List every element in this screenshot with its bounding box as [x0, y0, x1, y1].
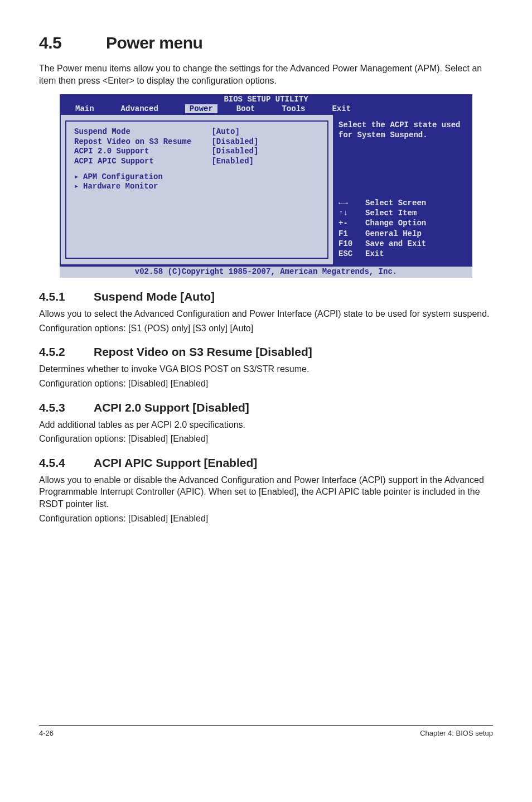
bios-item-label: Repost Video on S3 Resume	[74, 137, 211, 147]
key-desc: Select Item	[365, 208, 417, 218]
bios-title: BIOS SETUP UTILITY	[60, 94, 472, 104]
key-desc: Change Option	[365, 218, 426, 228]
body-text: Allows you to select the Advanced Config…	[39, 308, 493, 320]
key-desc: Save and Exit	[365, 239, 426, 249]
subsection-heading: 4.5.3ACPI 2.0 Support [Disabled]	[39, 401, 493, 414]
bios-tab-boot[interactable]: Boot	[236, 104, 263, 113]
key-icon: ←→	[338, 198, 365, 208]
bios-tab-exit[interactable]: Exit	[332, 104, 359, 113]
bios-submenu-label: APM Configuration	[83, 172, 163, 181]
key-desc: General Help	[365, 229, 422, 239]
subsection-title: Suspend Mode [Auto]	[94, 290, 215, 303]
bios-item-value: [Auto]	[211, 127, 320, 137]
bios-submenu[interactable]: ▸Hardware Monitor	[74, 181, 320, 191]
bios-screenshot: BIOS SETUP UTILITY Main Advanced Power B…	[60, 94, 472, 278]
bios-item-label: ACPI APIC Support	[74, 157, 211, 167]
triangle-right-icon: ▸	[74, 172, 83, 181]
body-text: Configuration options: [Disabled] [Enabl…	[39, 513, 493, 525]
bios-submenu[interactable]: ▸APM Configuration	[74, 172, 320, 181]
bios-item[interactable]: Suspend Mode [Auto]	[74, 127, 320, 137]
bios-item[interactable]: Repost Video on S3 Resume [Disabled]	[74, 137, 320, 147]
bios-item-label: Suspend Mode	[74, 127, 211, 137]
key-icon: ↑↓	[338, 208, 365, 218]
body-text: Configuration options: [Disabled] [Enabl…	[39, 378, 493, 390]
bios-help-text: Select the ACPI state used for System Su…	[338, 120, 467, 140]
subsection-number: 4.5.3	[39, 401, 94, 414]
bios-main-panel: Suspend Mode [Auto] Repost Video on S3 R…	[60, 115, 333, 265]
bios-tab-bar: Main Advanced Power Boot Tools Exit	[60, 104, 472, 115]
bios-key-legend: ←→Select Screen ↑↓Select Item +-Change O…	[338, 198, 467, 259]
subsection-number: 4.5.4	[39, 456, 94, 470]
bios-tab-main[interactable]: Main	[75, 104, 102, 113]
subsection-heading: 4.5.4ACPI APIC Support [Enabled]	[39, 456, 493, 470]
bios-item-value: [Disabled]	[211, 137, 320, 147]
intro-paragraph: The Power menu items allow you to change…	[39, 62, 493, 86]
page-footer: 4-26 Chapter 4: BIOS setup	[39, 725, 493, 737]
bios-item-value: [Enabled]	[211, 157, 320, 167]
key-icon: ESC	[338, 249, 365, 259]
body-text: Determines whether to invoke VGA BIOS PO…	[39, 363, 493, 375]
bios-item[interactable]: ACPI 2.0 Support [Disabled]	[74, 147, 320, 157]
body-text: Allows you to enable or disable the Adva…	[39, 474, 493, 510]
bios-footer: v02.58 (C)Copyright 1985-2007, American …	[60, 265, 472, 278]
key-desc: Select Screen	[365, 198, 426, 208]
bios-item-label: ACPI 2.0 Support	[74, 147, 211, 157]
key-icon: F1	[338, 229, 365, 239]
bios-tab-power[interactable]: Power	[185, 104, 217, 113]
bios-help-panel: Select the ACPI state used for System Su…	[333, 115, 472, 265]
subsection-number: 4.5.1	[39, 290, 94, 303]
subsection-title: ACPI 2.0 Support [Disabled]	[94, 401, 249, 414]
key-desc: Exit	[365, 249, 384, 259]
triangle-right-icon: ▸	[74, 181, 83, 191]
body-text: Configuration options: [S1 (POS) only] […	[39, 322, 493, 335]
subsection-number: 4.5.2	[39, 345, 94, 359]
body-text: Add additional tables as per ACPI 2.0 sp…	[39, 419, 493, 431]
subsection-heading: 4.5.2Repost Video on S3 Resume [Disabled…	[39, 345, 493, 359]
bios-item-value: [Disabled]	[211, 147, 320, 157]
subsection-heading: 4.5.1Suspend Mode [Auto]	[39, 290, 493, 303]
body-text: Configuration options: [Disabled] [Enabl…	[39, 433, 493, 445]
subsection-title: ACPI APIC Support [Enabled]	[94, 456, 257, 469]
chapter-label: Chapter 4: BIOS setup	[420, 729, 493, 737]
key-icon: F10	[338, 239, 365, 249]
key-icon: +-	[338, 218, 365, 228]
subsection-title: Repost Video on S3 Resume [Disabled]	[94, 345, 312, 358]
bios-item[interactable]: ACPI APIC Support [Enabled]	[74, 157, 320, 167]
bios-tab-advanced[interactable]: Advanced	[121, 104, 166, 113]
section-title-text: Power menu	[106, 33, 202, 52]
bios-tab-tools[interactable]: Tools	[282, 104, 313, 113]
page-number: 4-26	[39, 729, 54, 737]
section-heading: 4.5Power menu	[39, 33, 493, 52]
bios-submenu-label: Hardware Monitor	[83, 182, 158, 191]
section-number: 4.5	[39, 33, 106, 52]
